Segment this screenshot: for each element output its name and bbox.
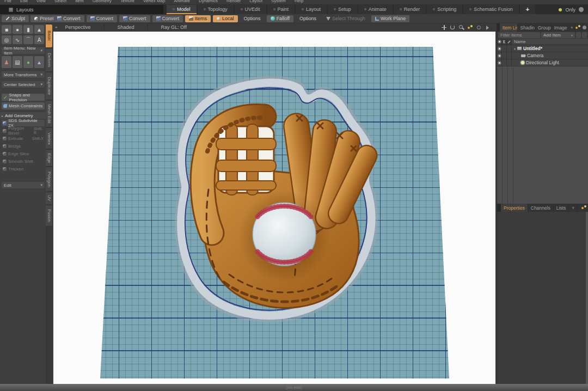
panel-options-icon[interactable] bbox=[581, 205, 586, 210]
character-tool-button[interactable]: ♟ bbox=[2, 56, 11, 68]
panel-options-icon[interactable] bbox=[575, 25, 580, 30]
vtab-mesh-edit[interactable]: Mesh Edit bbox=[46, 101, 52, 127]
array-tool-button[interactable]: ▤ bbox=[13, 56, 22, 68]
cylinder-tool-button[interactable]: ▮ bbox=[23, 25, 33, 34]
tab-animate[interactable]: Animate bbox=[358, 5, 393, 14]
vtab-edge[interactable]: Edge bbox=[46, 150, 52, 166]
item-row-untitled[interactable]: ▾ Untitled* bbox=[497, 45, 588, 52]
viewport-options-icon[interactable] bbox=[468, 25, 473, 30]
raygl-dropdown[interactable]: Ray GL: Off bbox=[156, 25, 192, 30]
sketch-tool-button[interactable]: ∿ bbox=[13, 35, 22, 44]
bridge-button[interactable]: Bridge bbox=[2, 143, 45, 149]
convert-button-2[interactable]: Convert bbox=[87, 15, 118, 22]
polygon-bevel-button[interactable]: Polygon BevelShift-B bbox=[2, 127, 45, 134]
orbit-icon[interactable] bbox=[450, 25, 455, 30]
eye-icon[interactable] bbox=[498, 61, 501, 65]
item-row-directional-light[interactable]: Directional Light bbox=[497, 59, 588, 66]
item-list-empty-area[interactable] bbox=[497, 66, 588, 204]
pan-icon[interactable] bbox=[442, 25, 446, 30]
add-tab-button[interactable]: + bbox=[520, 5, 535, 14]
extrude-button[interactable]: ExtrudeShift-X bbox=[2, 135, 45, 142]
convert-button-4[interactable]: Convert bbox=[152, 15, 183, 22]
panel-circle-icon[interactable] bbox=[583, 26, 586, 29]
menu-item[interactable]: Item bbox=[75, 0, 84, 3]
items-mode-button[interactable]: Items bbox=[185, 15, 211, 22]
tab-uvedit[interactable]: UVEdit bbox=[235, 5, 266, 14]
snaps-precision-button[interactable]: ✓Snaps and Precision bbox=[2, 94, 45, 101]
tab-properties[interactable]: Properties bbox=[501, 204, 528, 212]
center-selected-dropdown[interactable]: Center Selected▾ bbox=[2, 81, 45, 88]
tab-setup[interactable]: Setup bbox=[328, 5, 357, 14]
item-menu-dropdown[interactable]: Item Menu: New Item▾ bbox=[2, 47, 45, 54]
convert-button-1[interactable]: Convert bbox=[53, 15, 84, 22]
camera-view-dropdown[interactable]: Perspective bbox=[60, 25, 96, 30]
tab-channels[interactable]: Channels bbox=[528, 204, 554, 212]
gear-icon[interactable] bbox=[476, 25, 481, 30]
menu-system[interactable]: System bbox=[271, 0, 286, 3]
baseball-glove-cookie-cutter-model[interactable] bbox=[154, 74, 383, 325]
shading-mode-dropdown[interactable]: Shaded bbox=[112, 25, 140, 30]
viewport-3d[interactable]: ▸ Perspective Shaded Ray GL: Off bbox=[52, 23, 497, 384]
expand-arrow-icon[interactable] bbox=[485, 25, 490, 30]
window-corner-icon[interactable] bbox=[579, 7, 584, 12]
vtab-vertex[interactable]: Vertex bbox=[46, 128, 52, 149]
panel-grip[interactable] bbox=[497, 204, 501, 212]
thicken-button[interactable]: Thicken bbox=[2, 166, 45, 172]
vtab-basic[interactable]: Basic bbox=[46, 25, 52, 47]
torus-tool-button[interactable]: ◎ bbox=[2, 35, 11, 44]
cone-tool-button[interactable]: ▲ bbox=[34, 25, 44, 34]
menu-dynamics[interactable]: Dynamics bbox=[199, 0, 218, 3]
tab-layout[interactable]: Layout bbox=[296, 5, 327, 14]
menu-layout[interactable]: Layout bbox=[249, 0, 262, 3]
pyramid-tool-button[interactable]: ▲ bbox=[34, 56, 44, 68]
add-panel-tab-button[interactable]: + bbox=[569, 204, 578, 212]
more-transforms-dropdown[interactable]: More Transforms▾ bbox=[2, 71, 45, 78]
add-panel-tab-button[interactable]: + bbox=[568, 23, 575, 32]
globe-tool-button[interactable]: ● bbox=[23, 56, 33, 68]
expand-triangle-icon[interactable]: ▾ bbox=[514, 47, 516, 51]
menu-view[interactable]: View bbox=[36, 0, 46, 3]
tab-scripting[interactable]: Scripting bbox=[427, 5, 462, 14]
filter-items-input[interactable]: Filter Items bbox=[498, 32, 540, 38]
menu-file[interactable]: File bbox=[4, 0, 11, 3]
mesh-constraints-button[interactable]: Mesh Constraints bbox=[2, 102, 45, 109]
vtab-duplicate[interactable]: Duplicate bbox=[46, 72, 52, 100]
eye-icon[interactable] bbox=[498, 54, 501, 58]
eye-icon[interactable] bbox=[498, 47, 501, 51]
falloff-button[interactable]: Falloff bbox=[267, 15, 293, 22]
vtab-uv[interactable]: UV bbox=[46, 192, 52, 204]
options-button-2[interactable]: Options bbox=[296, 15, 320, 22]
menu-vertex-map[interactable]: Vertex Map bbox=[143, 0, 165, 3]
cube-tool-button[interactable]: ■ bbox=[2, 25, 11, 34]
menu-animate[interactable]: Animate bbox=[174, 0, 190, 3]
tab-item-list[interactable]: Item List bbox=[500, 23, 518, 32]
tab-shading[interactable]: Shading bbox=[518, 23, 535, 32]
sphere-tool-button[interactable]: ● bbox=[13, 25, 22, 34]
menu-select[interactable]: Select bbox=[54, 0, 66, 3]
options-button-1[interactable]: Options bbox=[240, 15, 265, 22]
work-plane-button[interactable]: Work Plane bbox=[371, 15, 409, 22]
layouts-switcher[interactable]: Layouts bbox=[0, 5, 163, 14]
vtab-polygon[interactable]: Polygon bbox=[46, 167, 52, 191]
tab-schematic-fusion[interactable]: Schematic Fusion bbox=[463, 5, 519, 14]
tab-render[interactable]: Render bbox=[394, 5, 426, 14]
tab-topology[interactable]: Topology bbox=[198, 5, 234, 14]
menu-render[interactable]: Render bbox=[226, 0, 241, 3]
list-mode-button[interactable] bbox=[576, 32, 581, 38]
smooth-shift-button[interactable]: Smooth Shift bbox=[2, 158, 45, 164]
tab-images[interactable]: Images bbox=[552, 23, 568, 32]
zoom-icon[interactable] bbox=[459, 25, 464, 30]
menu-help[interactable]: Help bbox=[295, 0, 303, 3]
edge-slice-button[interactable]: Edge Slice bbox=[2, 150, 45, 157]
tab-model[interactable]: Model bbox=[167, 5, 197, 14]
tab-lists[interactable]: Lists bbox=[554, 204, 569, 212]
sculpt-button[interactable]: Sculpt bbox=[2, 15, 29, 22]
select-through-button[interactable]: Select Through bbox=[322, 15, 369, 22]
add-item-dropdown[interactable]: Add Item▾ bbox=[541, 32, 575, 38]
viewport-canvas[interactable] bbox=[53, 32, 495, 384]
menu-geometry[interactable]: Geometry bbox=[93, 0, 112, 3]
curve-tool-button[interactable]: ⌒ bbox=[23, 35, 33, 44]
vtab-deform[interactable]: Deform bbox=[46, 48, 52, 71]
item-row-camera[interactable]: Camera bbox=[497, 52, 588, 59]
list-options-button[interactable] bbox=[582, 32, 587, 38]
